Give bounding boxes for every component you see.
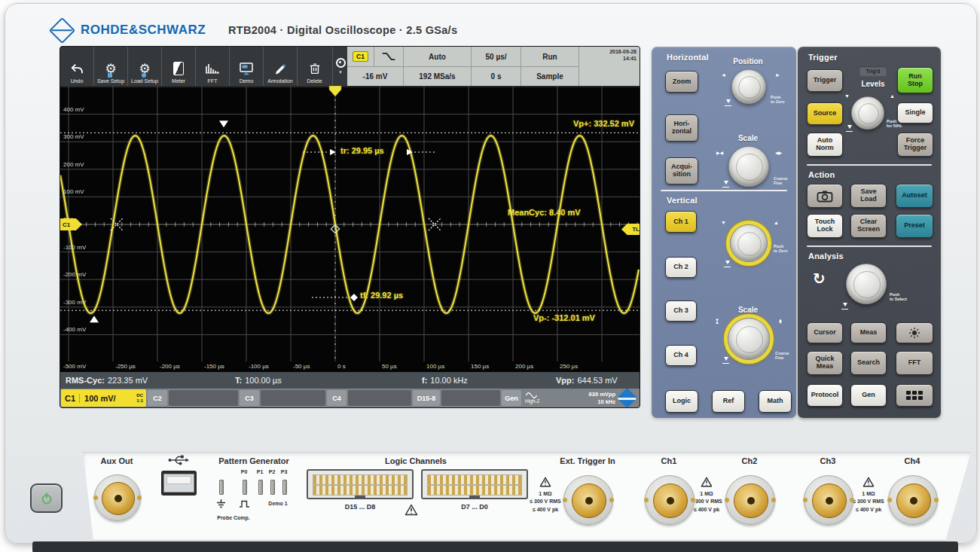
timebase[interactable]: 50 µs/	[471, 47, 521, 66]
save-setup-gear-icon: ⚙	[105, 59, 116, 78]
auto-norm-button[interactable]: Auto Norm	[807, 133, 843, 157]
pin-p3-label: P3	[278, 469, 290, 474]
fft-panel-button[interactable]: FFT	[896, 351, 933, 375]
channel3-button[interactable]: Ch 3	[665, 300, 697, 322]
digital-chip[interactable]: D15-8	[413, 390, 440, 406]
meas-rms: RMS-Cyc:223.35 mV	[66, 372, 148, 389]
trigger-menu-button[interactable]: Trigger	[807, 69, 843, 92]
source-button[interactable]: Source	[807, 102, 843, 125]
fft-button[interactable]: FFT	[196, 47, 230, 86]
fft-bars-icon	[205, 59, 220, 78]
arrow-right-icon: ►	[775, 72, 780, 78]
power-button[interactable]	[30, 483, 63, 513]
pin-p1	[258, 480, 263, 495]
undo-button[interactable]: Undo	[60, 47, 94, 86]
push-icon	[724, 261, 731, 267]
settings-dot-icon	[336, 58, 346, 68]
channel3-chip[interactable]: C3	[240, 390, 259, 406]
vertical-position-knob[interactable]	[730, 224, 768, 262]
math-button[interactable]: Math	[759, 390, 792, 413]
preset-button[interactable]: Preset	[896, 214, 933, 238]
digital-slot	[441, 390, 500, 406]
run-stop-button[interactable]: Run Stop	[897, 67, 933, 93]
clear-screen-button[interactable]: Clear Screen	[850, 214, 887, 238]
oscilloscope-front-panel: ROHDE&SCHWARZ RTB2004 · Digital Oscillos…	[0, 0, 980, 552]
warning-icon	[862, 477, 875, 487]
delete-button[interactable]: Delete	[298, 47, 331, 86]
screenshot-button[interactable]	[807, 184, 843, 208]
zoom-button[interactable]: Zoom	[665, 71, 698, 93]
device-body: ROHDE&SCHWARZ RTB2004 · Digital Oscillos…	[5, 3, 977, 544]
rotate-arrow-icon: ↻	[813, 270, 826, 288]
channel2-button[interactable]: Ch 2	[665, 257, 697, 278]
demo1-label: Demo 1	[261, 501, 295, 506]
vertical-scale-knob[interactable]	[728, 318, 770, 360]
search-button[interactable]: Search	[850, 351, 887, 375]
trigger-action-analysis-panel: Trigger Trigger Trig'd Levels Run Stop S…	[798, 47, 941, 418]
channel1-chip[interactable]: C1 100 mV/ DC1:1	[61, 389, 146, 407]
camera-icon	[817, 190, 833, 203]
usb-icon	[167, 454, 190, 466]
demo-button[interactable]: Demo	[230, 47, 264, 86]
touch-lock-button[interactable]: Touch Lock	[807, 214, 843, 238]
horizontal-menu-button[interactable]: Hori- zontal	[665, 114, 698, 142]
trigger-mode[interactable]: Auto	[403, 47, 471, 66]
save-setup-button[interactable]: ⚙ Save Setup	[94, 47, 128, 86]
warning-icon	[701, 477, 713, 487]
meas-button[interactable]: Meas	[850, 322, 887, 343]
horizontal-vertical-panel: Horizontal Zoom Position ◄ ► Push to Zer…	[652, 47, 796, 418]
ext-trigger-label: Ext. Trigger In	[542, 456, 633, 465]
toolbar-overflow[interactable]: ▼	[332, 47, 348, 86]
action-section-title: Action	[808, 170, 835, 179]
channel4-chip[interactable]: C4	[327, 390, 347, 406]
protocol-button[interactable]: Protocol	[807, 384, 843, 407]
logic-button[interactable]: Logic	[665, 390, 698, 413]
quick-meas-button[interactable]: Quick Meas	[807, 351, 843, 375]
annotation-button[interactable]: Annotation	[264, 47, 298, 86]
acquisition-mode[interactable]: Sample	[521, 66, 579, 86]
status-channel[interactable]: C1	[347, 47, 374, 66]
force-trigger-button[interactable]: Force Trigger	[897, 133, 933, 157]
meter-button[interactable]: Meter	[162, 47, 196, 86]
h-scale-knob-hint: Coarse Fine	[774, 176, 788, 186]
annotation-mean-cyc: MeanCyc: 8.40 mV	[508, 208, 581, 217]
channel4-button[interactable]: Ch 4	[665, 345, 697, 366]
navigation-knob[interactable]	[846, 264, 887, 304]
compress-vertical-icon: ▼▲	[715, 319, 719, 325]
ground-pin	[219, 480, 224, 495]
ref-button[interactable]: Ref	[712, 390, 745, 413]
trigger-levels-knob[interactable]	[851, 96, 884, 130]
undo-icon	[70, 59, 84, 78]
chevron-down-icon: ▼	[338, 70, 343, 75]
acquisition-button[interactable]: Acqui- sition	[665, 157, 698, 185]
trigger-section-title: Trigger	[808, 53, 838, 62]
d7-d0-label: D7 ... D0	[444, 503, 505, 511]
trigger-slope-cell[interactable]	[374, 47, 403, 66]
channel2-slot	[169, 390, 238, 406]
acquisition-state[interactable]: Run	[521, 47, 579, 66]
save-load-button[interactable]: Save Load	[850, 184, 887, 208]
load-setup-button[interactable]: ⚙ Load Setup	[128, 47, 162, 86]
gen-button[interactable]: Gen	[850, 384, 887, 407]
aux-out-bnc	[94, 474, 141, 521]
h-position-knob-hint: Push to Zero	[771, 95, 785, 105]
gen-chip[interactable]: Gen	[502, 390, 521, 406]
single-button[interactable]: Single	[897, 102, 933, 124]
channel1-button[interactable]: Ch 1	[665, 211, 697, 233]
channel2-chip[interactable]: C2	[148, 390, 167, 406]
status-bar: C1 -16 mV Auto 192 MSa/s 50 µs/ 0 s Run …	[347, 47, 640, 86]
trigger-level-value[interactable]: -16 mV	[347, 66, 403, 86]
arrow-up-icon: ▲	[774, 220, 779, 225]
horizontal-position-knob[interactable]	[731, 69, 766, 104]
cursor-button[interactable]: Cursor	[807, 322, 843, 343]
push-icon	[725, 99, 731, 106]
sample-rate[interactable]: 192 MSa/s	[403, 66, 471, 86]
horizontal-position[interactable]: 0 s	[471, 66, 521, 86]
compress-icon: ▶◀	[716, 151, 723, 155]
apps-button[interactable]	[896, 384, 933, 407]
autoset-button[interactable]: Autoset	[896, 184, 933, 208]
meas-frequency: f:10.00 kHz	[422, 372, 468, 389]
horizontal-scale-knob[interactable]	[728, 146, 769, 187]
intensity-button[interactable]	[896, 322, 933, 343]
pin-p0	[243, 480, 247, 495]
